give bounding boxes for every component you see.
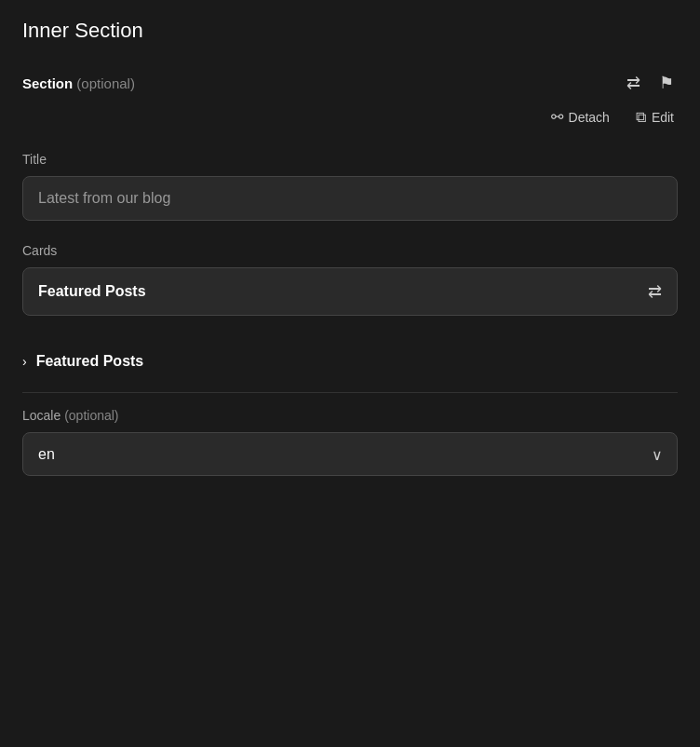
edit-label: Edit: [652, 110, 674, 125]
locale-label: Locale (optional): [22, 408, 678, 423]
swap-icon: ⇄: [626, 73, 640, 93]
cards-selector[interactable]: Featured Posts ⇄: [22, 267, 678, 316]
detach-icon: ⚯: [551, 108, 563, 126]
locale-select[interactable]: en fr de es it: [22, 432, 678, 476]
title-input[interactable]: [22, 176, 678, 221]
flag-button[interactable]: ⚑: [655, 69, 678, 97]
detach-label: Detach: [569, 110, 610, 125]
flag-icon: ⚑: [659, 73, 674, 93]
header-icons: ⇄ ⚑: [623, 69, 678, 97]
title-label: Title: [22, 152, 678, 167]
divider: [22, 392, 678, 393]
section-optional-label: (optional): [76, 75, 135, 91]
title-field-group: Title: [22, 152, 678, 221]
chevron-right-icon: ›: [22, 354, 27, 369]
cards-selector-value: Featured Posts: [38, 283, 146, 300]
page-title: Inner Section: [22, 19, 678, 43]
action-row: ⚯ Detach ⧉ Edit: [22, 104, 678, 129]
cards-field-group: Cards Featured Posts ⇄: [22, 243, 678, 316]
swap-button[interactable]: ⇄: [623, 69, 644, 97]
featured-posts-label: Featured Posts: [36, 353, 144, 370]
cards-swap-icon: ⇄: [648, 281, 662, 302]
locale-select-wrapper: en fr de es it ∨: [22, 432, 678, 476]
external-link-icon: ⧉: [636, 109, 646, 126]
section-label: Section (optional): [22, 75, 135, 91]
cards-label: Cards: [22, 243, 678, 258]
featured-posts-row[interactable]: › Featured Posts: [22, 338, 678, 385]
locale-field-group: Locale (optional) en fr de es it ∨: [22, 408, 678, 476]
section-header: Section (optional) ⇄ ⚑: [22, 69, 678, 97]
detach-button[interactable]: ⚯ Detach: [547, 104, 613, 129]
locale-optional-label: (optional): [64, 408, 118, 423]
edit-button[interactable]: ⧉ Edit: [632, 105, 678, 129]
